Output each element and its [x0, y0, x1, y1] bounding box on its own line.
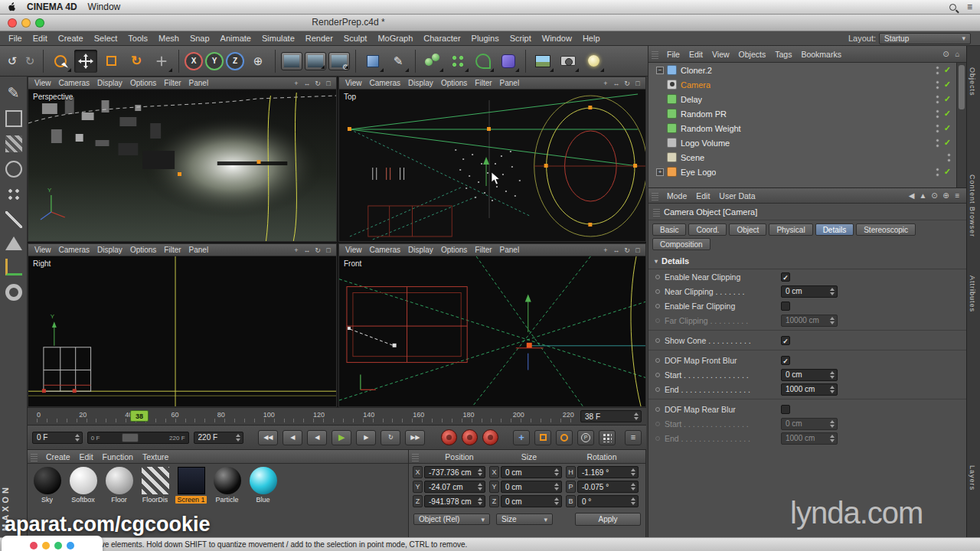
viewport-menu-item[interactable]: View — [341, 246, 366, 254]
apply-button[interactable]: Apply — [575, 513, 641, 526]
material-menu-item[interactable]: Edit — [75, 452, 98, 461]
menu-item[interactable]: Select — [89, 34, 123, 43]
viewport-perspective[interactable]: ViewCamerasDisplayOptionsFilterPanel +↔↻… — [28, 77, 337, 242]
viewport-menu-item[interactable]: Display — [93, 246, 126, 254]
edges-mode-icon[interactable] — [5, 211, 22, 228]
viewport-control-icon[interactable]: + — [291, 80, 302, 87]
menu-item[interactable]: Simulate — [256, 34, 300, 43]
viewport-front[interactable]: ViewCamerasDisplayOptionsFilterPanel +↔↻… — [338, 243, 646, 407]
undo-button[interactable]: ↺ — [5, 54, 20, 69]
side-tab-content-browser[interactable]: Content Browser — [969, 174, 976, 237]
panel-grip-icon[interactable] — [31, 452, 38, 461]
size-y-field[interactable]: 0 cm — [501, 481, 562, 493]
object-row-cloner2[interactable]: − Cloner.2 ✓ — [648, 63, 966, 77]
side-tab-layers[interactable]: Layers — [969, 465, 976, 491]
coordinate-system-button[interactable]: ⊕ — [247, 50, 270, 73]
timeline-ruler[interactable]: 020406080100120140160180200220 38 38 F — [28, 407, 646, 425]
end-frame-field[interactable]: 220 F — [194, 432, 244, 444]
attribute-menu-item[interactable]: Mode — [662, 191, 691, 201]
viewport-menu-item[interactable]: Cameras — [366, 79, 405, 87]
editor-visibility-dot[interactable] — [936, 66, 939, 70]
layout-select[interactable]: Startup — [879, 33, 971, 44]
record-position-toggle[interactable]: + — [513, 430, 530, 445]
rotation-h-field[interactable]: -1.169 ° — [577, 466, 639, 478]
timeline-playhead[interactable]: 38 — [130, 410, 149, 422]
viewport-menu-item[interactable]: View — [31, 79, 55, 87]
render-settings-button[interactable]: ⚙ — [328, 52, 350, 70]
scrollbar-thumb[interactable] — [959, 65, 965, 109]
dof-front-blur-checkbox[interactable] — [781, 356, 790, 365]
goto-start-button[interactable]: ◀◀ — [258, 430, 278, 445]
points-mode-icon[interactable] — [5, 186, 22, 203]
viewport-menu-item[interactable]: Display — [93, 79, 126, 87]
mac-menu-window[interactable]: Window — [88, 2, 121, 12]
tab-details[interactable]: Details — [815, 223, 854, 236]
enabled-check-icon[interactable]: ✓ — [944, 65, 951, 75]
prev-frame-button[interactable]: ◀ — [307, 430, 327, 445]
dof-front-end-field[interactable]: 1000 cm — [781, 383, 838, 396]
size-z-field[interactable]: 0 cm — [501, 495, 562, 507]
add-mograph-tracer-button[interactable] — [472, 50, 495, 73]
viewport-canvas-top[interactable] — [339, 90, 645, 241]
editor-visibility-dot[interactable] — [936, 80, 939, 84]
viewport-canvas-front[interactable] — [339, 256, 645, 406]
viewport-canvas-right[interactable]: Y — [28, 256, 336, 406]
material-particle[interactable]: Particle — [209, 467, 245, 504]
object-row-delay[interactable]: Delay ✓ — [648, 92, 966, 106]
object-manager-menu-item[interactable]: Edit — [684, 50, 707, 59]
redo-button[interactable]: ↻ — [22, 54, 38, 69]
position-x-field[interactable]: -737.736 cm — [424, 466, 485, 478]
menu-item[interactable]: Script — [505, 34, 537, 43]
attribute-menu-item[interactable]: Edit — [691, 191, 714, 201]
object-row-random-weight[interactable]: Random Weight ✓ — [648, 121, 966, 135]
notification-center-icon[interactable]: ≡ — [967, 2, 972, 12]
viewport-menu-item[interactable]: Panel — [496, 246, 524, 254]
enabled-check-icon[interactable]: ✓ — [944, 109, 951, 119]
menu-item[interactable]: Render — [300, 34, 338, 43]
current-frame-field[interactable]: 38 F — [580, 410, 642, 422]
viewport-control-icon[interactable]: □ — [632, 80, 643, 87]
lock-icon[interactable]: ⊕ — [940, 191, 952, 200]
viewport-control-icon[interactable]: □ — [323, 246, 334, 254]
menu-item[interactable]: Snap — [185, 34, 215, 43]
viewport-menu-item[interactable]: Panel — [185, 79, 213, 87]
panel-menu-icon[interactable]: ≡ — [952, 191, 963, 200]
size-x-field[interactable]: 0 cm — [501, 466, 562, 478]
object-mode-select[interactable]: Object (Rel) — [413, 514, 490, 525]
menu-item[interactable]: Help — [577, 34, 606, 43]
material-blue[interactable]: Blue — [245, 467, 281, 504]
material-screen1[interactable]: Screen 1 — [173, 467, 209, 504]
close-window-button[interactable] — [8, 18, 17, 28]
enabled-check-icon[interactable]: ✓ — [944, 80, 951, 90]
move-tool[interactable] — [74, 50, 97, 73]
record-scale-toggle[interactable] — [534, 430, 551, 445]
record-parameter-toggle[interactable]: P — [577, 430, 594, 445]
enable-far-clipping-checkbox[interactable] — [781, 302, 790, 311]
material-menu-item[interactable]: Texture — [138, 452, 173, 461]
texture-mode-icon[interactable] — [5, 135, 22, 152]
viewport-control-icon[interactable]: □ — [632, 246, 643, 254]
viewport-control-icon[interactable]: □ — [323, 80, 334, 87]
viewport-menu-item[interactable]: Cameras — [55, 246, 94, 254]
polygons-mode-icon[interactable] — [5, 236, 22, 250]
live-selection-tool[interactable] — [49, 50, 72, 73]
enabled-check-icon[interactable]: ✓ — [944, 167, 951, 177]
object-row-logo-volume[interactable]: Logo Volume ✓ — [648, 135, 966, 150]
add-light-button[interactable] — [582, 50, 605, 73]
render-visibility-dot[interactable] — [936, 100, 939, 104]
material-menu-item[interactable]: Create — [41, 452, 75, 461]
material-softbox[interactable]: Softbox — [65, 467, 101, 504]
anim-dot-icon[interactable] — [655, 358, 660, 363]
menu-item[interactable]: Create — [53, 34, 89, 43]
workplane-mode-icon[interactable] — [5, 161, 22, 178]
object-manager-menu-item[interactable]: Tags — [770, 50, 796, 59]
anim-dot-icon[interactable] — [655, 373, 660, 377]
object-manager-scrollbar[interactable] — [956, 63, 966, 187]
attribute-menu-item[interactable]: User Data — [714, 191, 760, 201]
keyframe-selection-button[interactable] — [482, 429, 498, 445]
viewport-menu-item[interactable]: Panel — [496, 79, 524, 87]
render-visibility-dot[interactable] — [936, 129, 939, 133]
tab-composition[interactable]: Composition — [652, 238, 710, 250]
render-visibility-dot[interactable] — [936, 86, 939, 90]
editor-visibility-dot[interactable] — [947, 153, 951, 157]
